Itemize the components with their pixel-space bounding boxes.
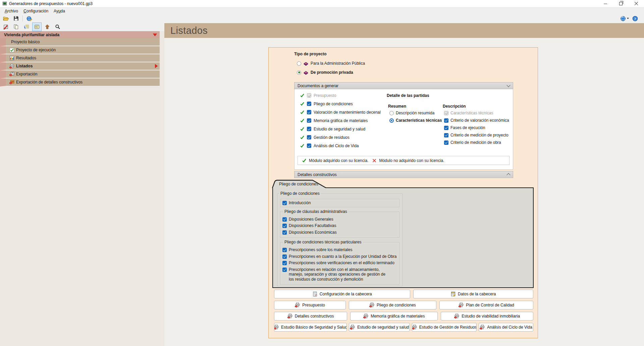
search-button[interactable]	[53, 22, 62, 31]
pliego-condiciones-button[interactable]: Pliego de condiciones	[349, 301, 436, 309]
sidebar-item-exportacion[interactable]: Exportación	[0, 70, 160, 78]
checkbox-icon[interactable]	[282, 254, 287, 259]
doc-option-analisis-ciclo-vida[interactable]: Análisis del Ciclo de Vida	[300, 141, 381, 150]
checkbox-icon[interactable]	[307, 102, 311, 106]
doc-option-presupuesto[interactable]: Presupuesto	[300, 91, 381, 100]
button-label: Análisis del Ciclo de Vida	[487, 325, 532, 330]
world-edit-button[interactable]	[25, 14, 34, 22]
copy-document-button[interactable]	[11, 22, 21, 31]
estudio-basico-seguridad-button[interactable]: Estudio Básico de Seguridad y Salud	[274, 323, 347, 332]
sidebar-item-proyecto-basico[interactable]: Proyecto básico	[0, 38, 160, 46]
upload-button[interactable]	[43, 22, 52, 31]
open-file-button[interactable]	[1, 14, 10, 22]
doc-option-gestion-residuos[interactable]: Gestión de residuos	[300, 133, 381, 141]
form-view-button[interactable]	[32, 22, 42, 31]
help-button[interactable]	[632, 16, 638, 21]
option-introduccion[interactable]: Introducción	[282, 200, 397, 206]
doc-option-memoria-grafica[interactable]: Memoria gráfica de materiales	[300, 116, 381, 125]
world-edit-icon	[26, 16, 32, 21]
toolbar-separator	[22, 15, 23, 21]
checkbox-icon[interactable]	[307, 127, 311, 131]
button-label: Plan de Control de Calidad	[466, 303, 514, 307]
menu-configuracion[interactable]: Configuración	[21, 8, 51, 14]
checkbox-icon[interactable]	[282, 224, 287, 228]
checkbox-icon[interactable]	[307, 143, 311, 148]
desc-option-medicion-obra[interactable]: Criterio de medición de obra	[444, 139, 509, 146]
checkbox-icon[interactable]	[307, 135, 311, 139]
descripcion-title: Descripción	[443, 104, 466, 109]
sidebar-item-exportacion-detalles[interactable]: Exportación de detalles constructivos	[0, 78, 160, 86]
estudio-viabilidad-button[interactable]: Estudio de viabilidad inmobiliaria	[441, 312, 533, 321]
radio-caracteristicas-tecnicas[interactable]: Características técnicas	[389, 117, 442, 124]
search-icon	[55, 24, 60, 30]
option-disposiciones-generales[interactable]: Disposiciones Generales	[282, 217, 397, 222]
radio-icon[interactable]	[297, 61, 301, 66]
estudio-seguridad-salud-button[interactable]: Estudio de seguridad y salud	[349, 323, 410, 332]
checkbox-icon[interactable]	[282, 248, 287, 252]
close-button[interactable]	[629, 0, 644, 7]
sidebar-item-proyecto-de-ejecucion[interactable]: Proyecto de ejecución	[0, 46, 160, 54]
checkbox-icon[interactable]	[282, 268, 287, 272]
radio-descripcion-resumida[interactable]: Descripción resumida	[389, 109, 434, 117]
radio-selected-icon[interactable]	[389, 118, 394, 123]
checkbox-icon[interactable]	[444, 133, 448, 137]
analisis-ciclo-vida-button[interactable]: Análisis del Ciclo de Vida	[479, 323, 533, 332]
option-disposiciones-economicas[interactable]: Disposiciones Económicas	[282, 230, 397, 235]
pliego-groupbox: Pliego de condiciones Introducción Plieg…	[277, 193, 402, 286]
desc-option-medicion-proyecto[interactable]: Criterio de medición de proyecto	[444, 131, 509, 139]
edit-document-button[interactable]	[1, 22, 10, 31]
plan-control-calidad-button[interactable]: Plan de Control de Calidad	[439, 301, 533, 309]
checkbox-icon[interactable]	[282, 230, 287, 235]
doc-option-pliego-de-condiciones[interactable]: Pliego de condiciones	[300, 100, 381, 108]
doc-option-label: Análisis del Ciclo de Vida	[314, 143, 359, 148]
checkbox-icon[interactable]	[444, 118, 448, 123]
checkbox-icon[interactable]	[444, 126, 448, 130]
tree-header[interactable]: Vivienda plurifamiliar aislada	[0, 31, 160, 38]
minimize-button[interactable]	[598, 0, 613, 7]
restore-button[interactable]	[613, 0, 629, 7]
radio-administracion-publica[interactable]: Para la Administración Pública	[297, 60, 365, 66]
globe-icon	[620, 16, 626, 21]
presupuesto-button[interactable]: Presupuesto	[274, 301, 346, 309]
datos-cabecera-button[interactable]: Datos de la cabecera	[413, 290, 534, 298]
detalles-constructivos-header[interactable]: Detalles constructivos	[294, 171, 513, 178]
checkbox-icon[interactable]	[282, 201, 287, 205]
radio-promocion-privada[interactable]: De promoción privada	[297, 69, 353, 75]
checkbox-icon[interactable]	[282, 261, 287, 265]
checkbox-icon[interactable]	[307, 110, 311, 114]
restore-icon	[619, 2, 623, 5]
detalles-constructivos-button[interactable]: Detalles constructivos	[274, 312, 347, 321]
documentos-a-generar-header[interactable]: Documentos a generar	[294, 82, 513, 89]
desc-option-criterio-valoracion[interactable]: Criterio de valoración económica	[444, 117, 509, 124]
button-row-4: Estudio Básico de Seguridad y Salud Estu…	[274, 323, 533, 332]
estudio-gestion-residuos-button[interactable]: Estudio de Gestión de Residuos	[412, 323, 477, 332]
list-export-button[interactable]	[22, 22, 31, 31]
doc-option-valoracion-mantenimiento[interactable]: Valoración de mantenimiento decenal	[300, 108, 381, 116]
desc-option-fases-ejecucion[interactable]: Fases de ejecución	[444, 124, 509, 131]
window-controls	[598, 0, 644, 7]
radio-selected-icon[interactable]	[297, 70, 301, 75]
menu-ayuda[interactable]: Ayuda	[51, 8, 68, 14]
desc-option-caracteristicas[interactable]: Características técnicas	[444, 109, 509, 117]
memoria-grafica-button[interactable]: Memoria gráfica de materiales	[350, 312, 438, 321]
menu-archivo[interactable]: Archivo	[2, 8, 21, 14]
option-prescripciones-almacenamiento[interactable]: Prescripciones en relación con el almace…	[282, 267, 397, 282]
sidebar-item-resultados[interactable]: Resultados	[0, 54, 160, 62]
option-prescripciones-materiales[interactable]: Prescripciones sobre los materiales	[282, 247, 397, 252]
language-globe-button[interactable]	[620, 16, 629, 21]
sidebar-item-listados[interactable]: Listados	[0, 62, 160, 70]
option-prescripciones-ejecucion[interactable]: Prescripciones en cuanto a la Ejecución …	[282, 254, 397, 259]
radio-icon[interactable]	[389, 111, 394, 115]
option-prescripciones-verificaciones[interactable]: Prescripciones sobre verificaciones en e…	[282, 261, 397, 266]
configuracion-cabecera-button[interactable]: Configuración de la cabecera	[274, 290, 410, 298]
save-button[interactable]	[11, 14, 20, 22]
checkbox-icon[interactable]	[282, 217, 287, 222]
doc-option-estudio-seguridad[interactable]: Estudio de seguridad y salud	[300, 125, 381, 133]
checkbox-icon[interactable]	[307, 118, 311, 123]
option-disposiciones-facultativas[interactable]: Disposiciones Facultativas	[282, 223, 397, 228]
license-legend: Módulo adquirido con su licencia. Módulo…	[298, 156, 509, 165]
tab-pliego-de-condiciones[interactable]: Pliego de condiciones	[272, 179, 327, 188]
tree-item-label: Proyecto básico	[11, 40, 40, 44]
checkbox-disabled-icon	[444, 111, 448, 115]
checkbox-icon[interactable]	[444, 140, 448, 145]
